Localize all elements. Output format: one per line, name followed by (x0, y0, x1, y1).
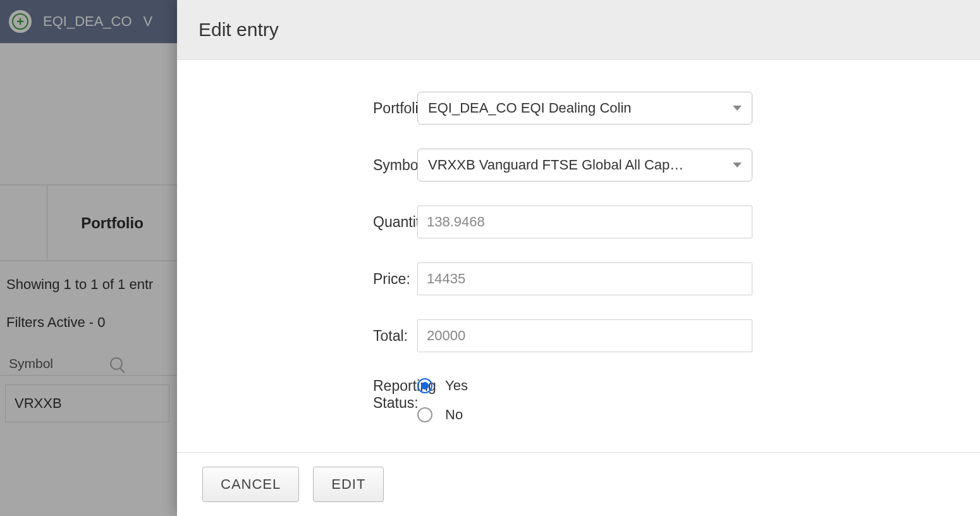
reporting-no-label: No (445, 407, 463, 423)
reporting-yes-option[interactable]: Yes (417, 378, 752, 394)
toolbar-label: EQI_DEA_CO (43, 13, 132, 30)
modal-title: Edit entry (199, 19, 959, 40)
symbol-filter-header: Symbol (0, 352, 177, 376)
reporting-no-option[interactable]: No (417, 407, 752, 423)
edit-entry-modal: Edit entry Portfolio: EQI_DEA_CO EQI Dea… (177, 0, 980, 516)
symbol-select[interactable]: VRXXB Vanguard FTSE Global All Cap… (417, 149, 752, 181)
symbol-filter-value[interactable]: VRXXB (5, 384, 169, 422)
symbol-row: Symbol: VRXXB Vanguard FTSE Global All C… (202, 149, 955, 181)
edit-button[interactable]: EDIT (313, 467, 384, 502)
reporting-status-label: Reporting Status: (202, 376, 417, 412)
radio-icon (417, 407, 432, 422)
price-input[interactable] (417, 262, 752, 295)
search-icon[interactable] (110, 357, 123, 370)
symbol-filter-label: Symbol (9, 356, 53, 371)
reporting-status-row: Reporting Status: Yes No (202, 376, 955, 423)
modal-footer: CANCEL EDIT (177, 452, 980, 516)
background-toolbar: + EQI_DEA_CO V (0, 0, 177, 43)
modal-header: Edit entry (177, 0, 980, 60)
total-input[interactable] (417, 319, 752, 352)
modal-body: Portfolio: EQI_DEA_CO EQI Dealing Colin … (177, 60, 980, 452)
quantity-row: Quantity: (202, 206, 955, 238)
background-header-row: Portfolio (0, 185, 177, 261)
portfolio-label: Portfolio: (202, 100, 417, 117)
price-label: Price: (202, 271, 417, 288)
background-blank (0, 43, 177, 185)
portfolio-column-header: Portfolio (47, 214, 177, 232)
reporting-status-group: Yes No (417, 376, 752, 423)
portfolio-select-value: EQI_DEA_CO EQI Dealing Colin (428, 100, 724, 116)
reporting-yes-label: Yes (445, 378, 468, 394)
plus-icon: + (12, 13, 28, 30)
portfolio-select[interactable]: EQI_DEA_CO EQI Dealing Colin (417, 92, 752, 125)
chevron-down-icon (733, 106, 742, 111)
toolbar-tail: V (144, 13, 153, 30)
symbol-select-value: VRXXB Vanguard FTSE Global All Cap… (428, 157, 724, 173)
total-label: Total: (202, 328, 417, 345)
chevron-down-icon (733, 163, 742, 168)
total-row: Total: (202, 319, 955, 352)
radio-icon (417, 378, 432, 393)
cancel-button[interactable]: CANCEL (202, 467, 299, 502)
symbol-label: Symbol: (202, 157, 417, 174)
price-row: Price: (202, 262, 955, 295)
add-button[interactable]: + (9, 10, 32, 33)
background-header-spacer (0, 185, 47, 261)
quantity-label: Quantity: (202, 214, 417, 231)
portfolio-row: Portfolio: EQI_DEA_CO EQI Dealing Colin (202, 92, 955, 125)
quantity-input[interactable] (417, 206, 752, 238)
